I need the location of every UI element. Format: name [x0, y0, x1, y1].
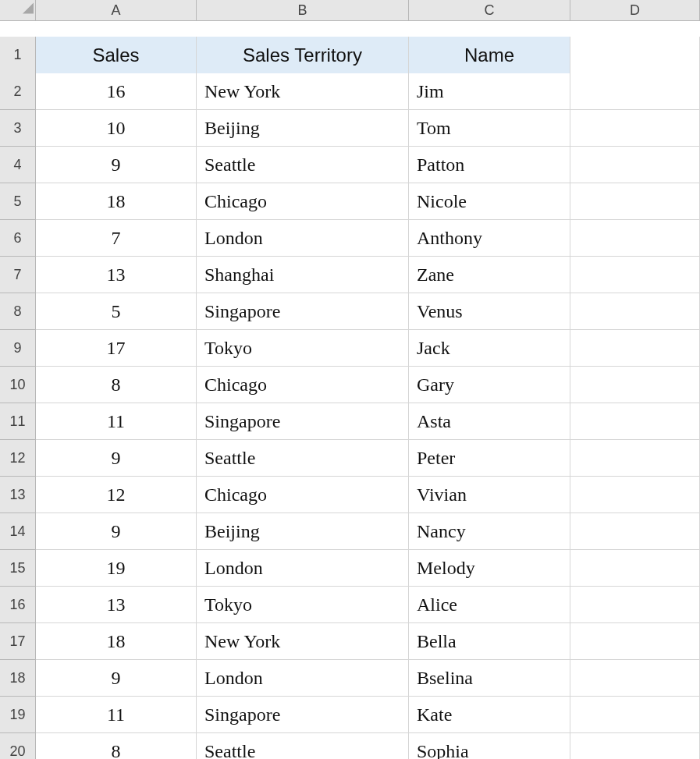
row-header[interactable]: 1: [0, 37, 36, 74]
cell-c4[interactable]: Patton: [409, 147, 570, 183]
cell-d17[interactable]: [570, 623, 700, 660]
cell-c6[interactable]: Anthony: [409, 220, 570, 257]
row-header[interactable]: 8: [0, 293, 36, 330]
cell-d3[interactable]: [570, 110, 700, 147]
cell-b16[interactable]: Tokyo: [197, 587, 409, 623]
cell-b7[interactable]: Shanghai: [197, 257, 409, 293]
cell-a12[interactable]: 9: [36, 440, 197, 477]
row-header[interactable]: 13: [0, 477, 36, 513]
row-header[interactable]: 9: [0, 330, 36, 367]
cell-b8[interactable]: Singapore: [197, 293, 409, 330]
cell-b2[interactable]: New York: [197, 73, 409, 110]
cell-a11[interactable]: 11: [36, 403, 197, 440]
select-all-corner[interactable]: [0, 0, 36, 21]
cell-d14[interactable]: [570, 513, 700, 550]
row-header[interactable]: 12: [0, 440, 36, 477]
cell-a4[interactable]: 9: [36, 147, 197, 183]
cell-a1[interactable]: Sales: [36, 37, 197, 74]
row-header[interactable]: 5: [0, 183, 36, 220]
cell-b6[interactable]: London: [197, 220, 409, 257]
column-header-a[interactable]: A: [36, 0, 197, 21]
row-header[interactable]: 10: [0, 367, 36, 403]
cell-a9[interactable]: 17: [36, 330, 197, 367]
cell-c11[interactable]: Asta: [409, 403, 570, 440]
cell-a2[interactable]: 16: [36, 73, 197, 110]
cell-d19[interactable]: [570, 697, 700, 733]
row-header[interactable]: 16: [0, 587, 36, 623]
cell-b9[interactable]: Tokyo: [197, 330, 409, 367]
cell-a8[interactable]: 5: [36, 293, 197, 330]
cell-b20[interactable]: Seattle: [197, 733, 409, 759]
cell-d6[interactable]: [570, 220, 700, 257]
row-header[interactable]: 19: [0, 697, 36, 733]
cell-c8[interactable]: Venus: [409, 293, 570, 330]
row-header[interactable]: 17: [0, 623, 36, 660]
cell-b10[interactable]: Chicago: [197, 367, 409, 403]
cell-c17[interactable]: Bella: [409, 623, 570, 660]
row-header[interactable]: 14: [0, 513, 36, 550]
cell-b5[interactable]: Chicago: [197, 183, 409, 220]
cell-a17[interactable]: 18: [36, 623, 197, 660]
row-header[interactable]: 15: [0, 550, 36, 587]
spreadsheet-grid[interactable]: A B C D 1 Sales Sales Territory Name 2 1…: [0, 0, 700, 759]
cell-b14[interactable]: Beijing: [197, 513, 409, 550]
cell-d7[interactable]: [570, 257, 700, 293]
row-header[interactable]: 11: [0, 403, 36, 440]
cell-b19[interactable]: Singapore: [197, 697, 409, 733]
row-header[interactable]: 7: [0, 257, 36, 293]
cell-c20[interactable]: Sophia: [409, 733, 570, 759]
cell-d4[interactable]: [570, 147, 700, 183]
cell-a18[interactable]: 9: [36, 660, 197, 697]
row-header[interactable]: 3: [0, 110, 36, 147]
cell-c19[interactable]: Kate: [409, 697, 570, 733]
row-header[interactable]: 18: [0, 660, 36, 697]
cell-c3[interactable]: Tom: [409, 110, 570, 147]
cell-b11[interactable]: Singapore: [197, 403, 409, 440]
row-header[interactable]: 2: [0, 73, 36, 110]
cell-a10[interactable]: 8: [36, 367, 197, 403]
cell-c12[interactable]: Peter: [409, 440, 570, 477]
cell-a5[interactable]: 18: [36, 183, 197, 220]
cell-b15[interactable]: London: [197, 550, 409, 587]
cell-a13[interactable]: 12: [36, 477, 197, 513]
column-header-b[interactable]: B: [197, 0, 409, 21]
cell-d9[interactable]: [570, 330, 700, 367]
cell-d2[interactable]: [570, 73, 700, 110]
cell-c15[interactable]: Melody: [409, 550, 570, 587]
cell-b3[interactable]: Beijing: [197, 110, 409, 147]
cell-b18[interactable]: London: [197, 660, 409, 697]
cell-d12[interactable]: [570, 440, 700, 477]
cell-a6[interactable]: 7: [36, 220, 197, 257]
cell-d1[interactable]: [570, 37, 700, 74]
cell-a16[interactable]: 13: [36, 587, 197, 623]
cell-d18[interactable]: [570, 660, 700, 697]
cell-b1[interactable]: Sales Territory: [197, 37, 409, 74]
cell-b17[interactable]: New York: [197, 623, 409, 660]
cell-b12[interactable]: Seattle: [197, 440, 409, 477]
cell-b13[interactable]: Chicago: [197, 477, 409, 513]
cell-c1[interactable]: Name: [409, 37, 570, 74]
cell-a15[interactable]: 19: [36, 550, 197, 587]
cell-c5[interactable]: Nicole: [409, 183, 570, 220]
cell-c14[interactable]: Nancy: [409, 513, 570, 550]
cell-a3[interactable]: 10: [36, 110, 197, 147]
cell-c2[interactable]: Jim: [409, 73, 570, 110]
cell-d13[interactable]: [570, 477, 700, 513]
cell-d15[interactable]: [570, 550, 700, 587]
cell-a14[interactable]: 9: [36, 513, 197, 550]
cell-d16[interactable]: [570, 587, 700, 623]
cell-a20[interactable]: 8: [36, 733, 197, 759]
column-header-d[interactable]: D: [570, 0, 700, 21]
cell-c10[interactable]: Gary: [409, 367, 570, 403]
cell-d20[interactable]: [570, 733, 700, 759]
row-header[interactable]: 20: [0, 733, 36, 759]
row-header[interactable]: 6: [0, 220, 36, 257]
cell-d8[interactable]: [570, 293, 700, 330]
row-header[interactable]: 4: [0, 147, 36, 183]
column-header-c[interactable]: C: [409, 0, 570, 21]
cell-d10[interactable]: [570, 367, 700, 403]
cell-c13[interactable]: Vivian: [409, 477, 570, 513]
cell-a7[interactable]: 13: [36, 257, 197, 293]
cell-c16[interactable]: Alice: [409, 587, 570, 623]
cell-c9[interactable]: Jack: [409, 330, 570, 367]
